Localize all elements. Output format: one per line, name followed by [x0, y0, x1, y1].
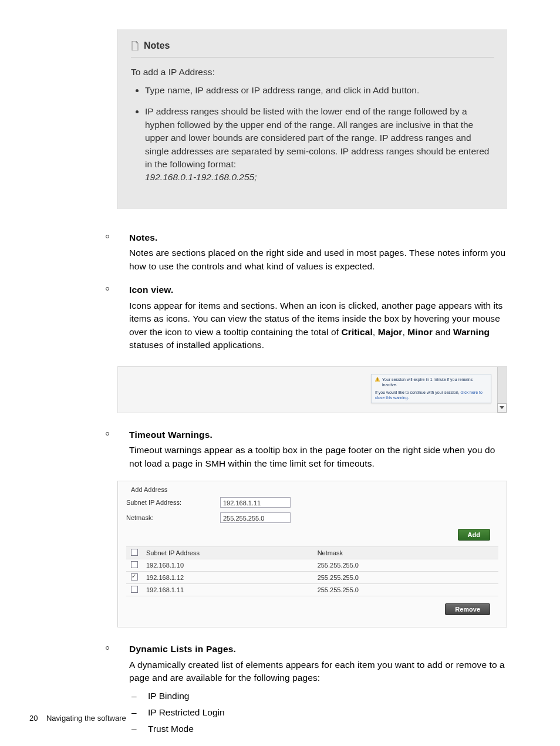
- column-mask: Netmask: [314, 547, 498, 559]
- bullet-icon: [106, 287, 109, 291]
- address-table: Subnet IP Address Netmask 192.168.1.10 2…: [126, 546, 498, 596]
- cell-ip: 192.168.1.11: [143, 584, 314, 596]
- subnet-input[interactable]: 192.168.1.11: [220, 497, 291, 508]
- table-row: 192.168.1.11 255.255.255.0: [126, 584, 498, 596]
- netmask-label: Netmask:: [126, 514, 220, 521]
- notes-bullet-1: Type name, IP address or IP address rang…: [145, 84, 494, 97]
- scrollbar-track[interactable]: [497, 367, 507, 403]
- subnet-label: Subnet IP Address:: [126, 499, 220, 506]
- body-list-2: Timeout Warnings. Timeout warnings appea…: [106, 428, 507, 470]
- page-number: 20: [29, 714, 38, 723]
- document-page: Notes To add a IP Address: Type name, IP…: [0, 0, 560, 746]
- row-checkbox[interactable]: [131, 573, 138, 580]
- add-button[interactable]: Add: [458, 529, 490, 541]
- body-list-3: Dynamic Lists in Pages. A dynamically cr…: [106, 643, 507, 736]
- section-timeout: Timeout Warnings. Timeout warnings appea…: [106, 428, 507, 470]
- section-icon-view: Icon view. Icons appear for items and se…: [106, 283, 507, 352]
- notes-example: 192.168.0.1-192.168.0.255;: [145, 172, 257, 182]
- notes-bullet-list: Type name, IP address or IP address rang…: [131, 84, 494, 184]
- cell-mask: 255.255.255.0: [314, 584, 498, 596]
- row-checkbox[interactable]: [131, 561, 138, 568]
- cell-ip: 192.168.1.12: [143, 572, 314, 584]
- section-dynamic-lists: Dynamic Lists in Pages. A dynamically cr…: [106, 643, 507, 736]
- section-desc: Notes are sections placed on the right s…: [129, 247, 507, 273]
- table-row: 192.168.1.10 255.255.255.0: [126, 559, 498, 572]
- notes-bullet-2: IP address ranges should be listed with …: [145, 105, 494, 184]
- table-header-row: Subnet IP Address Netmask: [126, 547, 498, 559]
- timeout-warning-text: Your session will expire in 1 minute if …: [382, 377, 487, 387]
- bullet-icon: [106, 432, 109, 436]
- list-item: IP Restricted Login: [129, 706, 507, 719]
- list-item: Trust Mode: [129, 723, 507, 735]
- notes-panel: Notes To add a IP Address: Type name, IP…: [117, 29, 507, 209]
- timeout-link-line: If you would like to continue with your …: [375, 390, 487, 400]
- column-ip: Subnet IP Address: [143, 547, 314, 559]
- section-title: Dynamic Lists in Pages.: [129, 643, 507, 656]
- select-all-checkbox[interactable]: [131, 549, 138, 556]
- add-address-screenshot: Add Address Subnet IP Address: 192.168.1…: [117, 481, 507, 627]
- dynamic-sublist: IP Binding IP Restricted Login Trust Mod…: [129, 690, 507, 736]
- fieldset-legend: Add Address: [129, 486, 169, 493]
- bullet-icon: [106, 235, 109, 238]
- timeout-screenshot: Your session will expire in 1 minute if …: [117, 366, 507, 413]
- notes-header: Notes: [131, 39, 494, 58]
- subnet-row: Subnet IP Address: 192.168.1.11: [126, 497, 498, 508]
- section-desc: A dynamically created list of elements a…: [129, 659, 507, 685]
- timeout-tooltip: Your session will expire in 1 minute if …: [371, 374, 491, 403]
- body-list: Notes. Notes are sections placed on the …: [106, 231, 507, 352]
- row-checkbox[interactable]: [131, 586, 138, 593]
- list-item: IP Binding: [129, 690, 507, 703]
- footer-section: Navigating the software: [46, 714, 126, 723]
- page-footer: 20 Navigating the software: [29, 714, 126, 723]
- notes-intro: To add a IP Address:: [131, 66, 494, 79]
- netmask-row: Netmask: 255.255.255.0: [126, 512, 498, 523]
- section-notes: Notes. Notes are sections placed on the …: [106, 231, 507, 273]
- bullet-icon: [106, 646, 109, 650]
- document-icon: [131, 41, 139, 50]
- notes-title: Notes: [144, 39, 170, 52]
- section-title: Notes.: [129, 231, 507, 244]
- netmask-input[interactable]: 255.255.255.0: [220, 512, 291, 523]
- scroll-down-button[interactable]: [497, 403, 507, 413]
- svg-rect-1: [377, 380, 378, 380]
- remove-button[interactable]: Remove: [445, 603, 490, 615]
- warning-icon: [375, 377, 380, 382]
- cell-mask: 255.255.255.0: [314, 572, 498, 584]
- section-desc: Icons appear for items and sections. Whe…: [129, 299, 507, 352]
- section-desc: Timeout warnings appear as a tooltip box…: [129, 444, 507, 470]
- section-title: Timeout Warnings.: [129, 428, 507, 441]
- cell-mask: 255.255.255.0: [314, 559, 498, 572]
- section-title: Icon view.: [129, 283, 507, 296]
- svg-rect-0: [377, 378, 378, 379]
- table-row: 192.168.1.12 255.255.255.0: [126, 572, 498, 584]
- cell-ip: 192.168.1.10: [143, 559, 314, 572]
